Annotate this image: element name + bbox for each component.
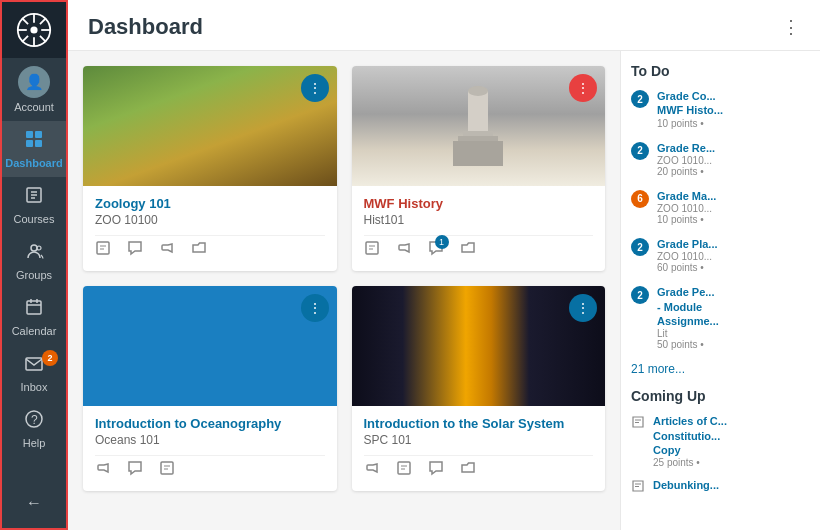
todo-item-4[interactable]: 2 Grade Pla... ZOO 1010... 60 points • [631,237,810,273]
svg-point-31 [468,86,488,96]
folder-icon-2[interactable] [460,240,476,259]
chat-icon-3[interactable] [127,460,143,479]
chat-icon-4[interactable] [428,460,444,479]
assignment-icon-2[interactable] [364,240,380,259]
todo-content-3: Grade Ma... ZOO 1010... 10 points • [657,189,810,225]
lincoln-memorial-icon [448,81,508,171]
todo-number-1: 2 [631,90,649,108]
card-oceanography[interactable]: ⋮ Introduction to Oceanography Oceans 10… [83,286,337,491]
coming-title-1[interactable]: Articles of C...Constitutio...Copy [653,414,810,457]
sidebar-item-account[interactable]: 👤 Account [0,58,68,121]
card-image-oceanography: ⋮ [83,286,337,406]
cards-grid: ⋮ Zoology 101 ZOO 10100 [83,66,605,491]
svg-rect-24 [26,358,42,370]
sidebar-item-inbox[interactable]: 2 Inbox [0,345,68,401]
svg-rect-10 [26,131,33,138]
card-title-history[interactable]: MWF History [364,196,594,211]
todo-number-2: 2 [631,142,649,160]
page-title: Dashboard [88,14,203,40]
sidebar-item-label: Dashboard [5,157,62,169]
todo-number-5: 2 [631,286,649,304]
svg-point-1 [30,26,37,33]
card-solar[interactable]: ⋮ Introduction to the Solar System SPC 1… [352,286,606,491]
chat-icon-2[interactable]: 1 [428,240,444,259]
card-actions-history: 1 [364,235,594,263]
card-menu-button-zoology[interactable]: ⋮ [301,74,329,102]
announcement-icon[interactable] [159,240,175,259]
coming-item-icon-1 [631,415,645,468]
dashboard-icon [24,129,44,154]
assignment-icon-3[interactable] [159,460,175,479]
card-menu-button-ocean[interactable]: ⋮ [301,294,329,322]
svg-rect-33 [458,136,498,141]
todo-title-3[interactable]: Grade Ma... [657,189,810,203]
assignment-icon-4[interactable] [396,460,412,479]
card-mwf-history[interactable]: ⋮ MWF History Hist101 [352,66,606,271]
todo-content-1: Grade Co...MWF Histo... 10 points • [657,89,810,129]
sidebar-bottom: ← [0,486,68,528]
todo-content-5: Grade Pe...- ModuleAssignme... Lit 50 po… [657,285,810,350]
card-title-zoology[interactable]: Zoology 101 [95,196,325,211]
collapse-icon: ← [26,494,42,512]
svg-rect-13 [35,140,42,147]
card-body-zoology: Zoology 101 ZOO 10100 [83,186,337,271]
sidebar-item-label: Calendar [12,325,57,337]
todo-more-link[interactable]: 21 more... [631,362,810,376]
sidebar-item-help[interactable]: ? Help [0,401,68,457]
help-icon: ? [24,409,44,434]
todo-title-4[interactable]: Grade Pla... [657,237,810,251]
todo-points-5: 50 points • [657,339,810,350]
card-actions-oceanography [95,455,325,483]
coming-item-2[interactable]: Debunking... [631,478,810,496]
courses-icon [24,185,44,210]
coming-item-1[interactable]: Articles of C...Constitutio...Copy 25 po… [631,414,810,468]
card-subtitle-oceanography: Oceans 101 [95,433,325,447]
inbox-icon [24,353,44,378]
sidebar-collapse-button[interactable]: ← [0,486,68,520]
header-menu-icon[interactable]: ⋮ [782,16,800,38]
todo-item-5[interactable]: 2 Grade Pe...- ModuleAssignme... Lit 50 … [631,285,810,350]
todo-item-3[interactable]: 6 Grade Ma... ZOO 1010... 10 points • [631,189,810,225]
svg-rect-20 [27,301,41,314]
card-menu-button-solar[interactable]: ⋮ [569,294,597,322]
sidebar-item-calendar[interactable]: Calendar [0,289,68,345]
card-image-solar: ⋮ [352,286,606,406]
svg-text:?: ? [31,413,38,427]
todo-title-1[interactable]: Grade Co...MWF Histo... [657,89,810,118]
sidebar-item-label: Account [14,101,54,113]
card-title-solar[interactable]: Introduction to the Solar System [364,416,594,431]
folder-icon[interactable] [191,240,207,259]
card-menu-button-history[interactable]: ⋮ [569,74,597,102]
todo-item-2[interactable]: 2 Grade Re... ZOO 1010... 20 points • [631,141,810,177]
card-body-history: MWF History Hist101 1 [352,186,606,271]
coming-content-1: Articles of C...Constitutio...Copy 25 po… [653,414,810,468]
todo-points-2: 20 points • [657,166,810,177]
assignment-icon[interactable] [95,240,111,259]
announcement-icon-2[interactable] [396,240,412,259]
card-title-oceanography[interactable]: Introduction to Oceanography [95,416,325,431]
todo-title-5[interactable]: Grade Pe...- ModuleAssignme... [657,285,810,328]
coming-title-2[interactable]: Debunking... [653,478,810,492]
todo-points-1: 10 points • [657,118,810,129]
sidebar-item-groups[interactable]: Groups [0,233,68,289]
chat-icon[interactable] [127,240,143,259]
svg-rect-27 [97,242,109,254]
card-body-oceanography: Introduction to Oceanography Oceans 101 [83,406,337,491]
chat-notification-badge: 1 [435,235,449,249]
right-panel: To Do 2 Grade Co...MWF Histo... 10 point… [620,51,820,530]
announcement-icon-4[interactable] [364,460,380,479]
folder-icon-4[interactable] [460,460,476,479]
svg-point-18 [31,245,37,251]
history-image-bg [352,66,606,186]
solar-image-bg [352,286,606,406]
coming-up-title: Coming Up [631,388,810,404]
todo-item-1[interactable]: 2 Grade Co...MWF Histo... 10 points • [631,89,810,129]
announcement-icon-3[interactable] [95,460,111,479]
todo-points-3: 10 points • [657,214,810,225]
header: Dashboard ⋮ [68,0,820,51]
todo-title-2[interactable]: Grade Re... [657,141,810,155]
sidebar-item-courses[interactable]: Courses [0,177,68,233]
card-zoology[interactable]: ⋮ Zoology 101 ZOO 10100 [83,66,337,271]
main-content: Dashboard ⋮ ⋮ Zoology 101 ZOO 10100 [68,0,820,530]
sidebar-item-dashboard[interactable]: Dashboard [0,121,68,177]
